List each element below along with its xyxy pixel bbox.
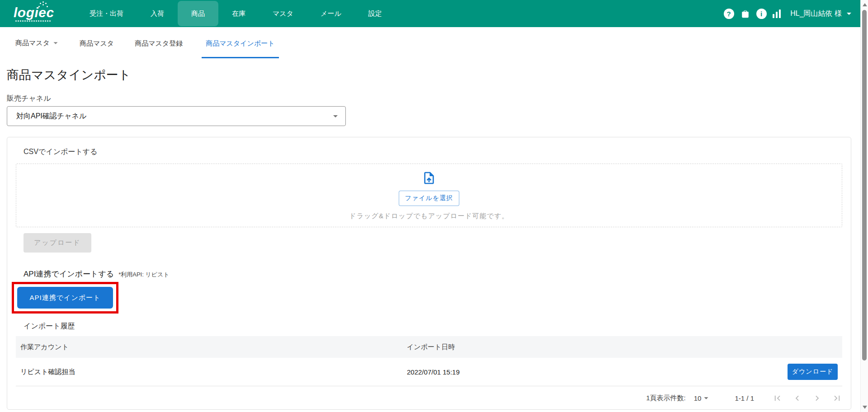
user-name: HL_岡山結依 様	[790, 9, 842, 19]
pagination-range: 1-1 / 1	[735, 394, 754, 402]
upload-button[interactable]: アップロード	[24, 233, 91, 253]
col-header-datetime: インポート日時	[407, 343, 838, 351]
shopping-bag-icon[interactable]	[740, 9, 750, 19]
table-row: リピスト確認担当 2022/07/01 15:19 ダウンロード	[16, 358, 842, 386]
chevron-down-icon	[844, 8, 854, 19]
info-icon[interactable]: i	[756, 9, 767, 19]
main-content: 商品マスタインポート 販売チャネル 対向API確認チャネル CSVでインポートす…	[0, 68, 868, 410]
per-page-select[interactable]: 10	[694, 393, 712, 403]
per-page-label: 1頁表示件数:	[646, 394, 686, 403]
nav-item-inventory[interactable]: 在庫	[218, 0, 259, 27]
header-actions: ? i HL_岡山結依 様	[724, 0, 868, 27]
import-history-table: 作業アカウント インポート日時 リピスト確認担当 2022/07/01 15:1…	[16, 336, 842, 386]
logo-burst-icon	[42, 4, 44, 5]
api-import-heading: API連携でインポートする	[24, 269, 114, 279]
vertical-scrollbar[interactable]	[860, 0, 868, 412]
nav-item-orders-shipping[interactable]: 受注・出荷	[76, 0, 137, 27]
page-title: 商品マスタインポート	[7, 68, 851, 82]
first-page-icon[interactable]	[772, 393, 783, 403]
nav-item-mail[interactable]: メール	[307, 0, 355, 27]
scroll-up-arrow-icon[interactable]	[863, 3, 867, 6]
tab-product-master[interactable]: 商品マスタ	[78, 28, 116, 58]
upload-file-icon	[422, 171, 436, 185]
chevron-left-icon[interactable]	[792, 393, 802, 403]
nav-item-products[interactable]: 商品	[178, 1, 218, 26]
import-history-heading: インポート履歴	[24, 322, 842, 331]
chevron-down-icon	[330, 111, 341, 122]
app-root: logiec 受注・出荷 入荷 商品 在庫 マスタ メール 設定 ? i HL_…	[0, 0, 868, 412]
subnav-menu-trigger[interactable]: 商品マスタ	[15, 38, 61, 48]
user-menu[interactable]: HL_岡山結依 様	[790, 8, 854, 19]
main-nav: 受注・出荷 入荷 商品 在庫 マスタ メール 設定	[76, 0, 396, 27]
logo-text: logiec	[14, 6, 63, 19]
scrollbar-thumb[interactable]	[862, 10, 867, 360]
col-header-account: 作業アカウント	[20, 343, 407, 351]
table-header-row: 作業アカウント インポート日時	[16, 336, 842, 358]
app-header: logiec 受注・出荷 入荷 商品 在庫 マスタ メール 設定 ? i HL_…	[0, 0, 868, 27]
subnav: 商品マスタ 商品マスタ 商品マスタ登録 商品マスタインポート	[0, 27, 868, 59]
last-page-icon[interactable]	[832, 393, 842, 403]
nav-item-master[interactable]: マスタ	[259, 0, 307, 27]
nav-item-settings[interactable]: 設定	[355, 0, 396, 27]
api-import-button[interactable]: API連携でインポート	[17, 287, 113, 309]
per-page-value: 10	[694, 394, 702, 402]
logiec-logo[interactable]: logiec	[14, 0, 63, 27]
pagination-controls	[772, 393, 842, 403]
file-dropzone[interactable]: ファイルを選択 ドラッグ&ドロップでもアップロード可能です。	[16, 164, 842, 227]
subnav-menu-label: 商品マスタ	[15, 39, 50, 47]
annotation-highlight-box: API連携でインポート	[12, 282, 118, 314]
nav-item-receiving[interactable]: 入荷	[137, 0, 178, 27]
cell-datetime: 2022/07/01 15:19	[407, 368, 788, 376]
cell-account: リピスト確認担当	[20, 368, 407, 376]
tab-product-master-register[interactable]: 商品マスタ登録	[133, 28, 184, 58]
drop-hint-text: ドラッグ&ドロップでもアップロード可能です。	[349, 212, 509, 220]
sales-channel-label: 販売チャネル	[7, 94, 851, 103]
pagination: 1頁表示件数: 10 1-1 / 1	[16, 386, 842, 410]
chevron-down-icon	[701, 393, 711, 403]
sales-channel-select[interactable]: 対向API確認チャネル	[7, 106, 346, 126]
api-import-heading-row: API連携でインポートする *利用API: リピスト	[24, 269, 842, 278]
csv-import-heading: CSVでインポートする	[24, 147, 842, 156]
api-usage-note: *利用API: リピスト	[118, 271, 169, 279]
download-button[interactable]: ダウンロード	[788, 364, 838, 380]
logo-tagline	[15, 20, 51, 22]
stats-bars-icon[interactable]	[773, 9, 781, 18]
select-file-button[interactable]: ファイルを選択	[399, 191, 460, 206]
sales-channel-value: 対向API確認チャネル	[16, 112, 86, 121]
scroll-down-arrow-icon[interactable]	[863, 406, 867, 409]
chevron-right-icon[interactable]	[812, 393, 822, 403]
help-icon[interactable]: ?	[724, 9, 734, 19]
chevron-down-icon	[51, 38, 61, 48]
tab-product-master-import[interactable]: 商品マスタインポート	[202, 28, 278, 58]
import-card: CSVでインポートする ファイルを選択 ドラッグ&ドロップでもアップロード可能で…	[7, 137, 851, 410]
